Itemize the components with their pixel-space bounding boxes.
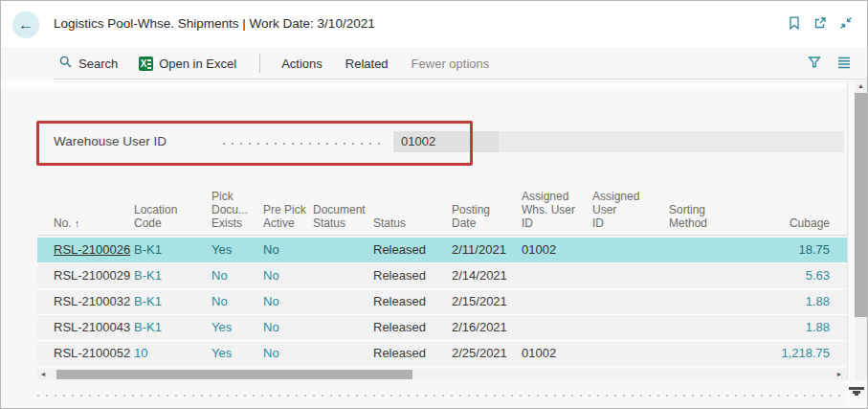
column-header-no[interactable]: No.↑ [37,216,134,230]
cell-status: Released [373,341,452,366]
cell-cubage: 5.63 [736,263,847,288]
column-header-cubage[interactable]: Cubage [736,216,847,230]
open-in-new-window-icon[interactable] [812,15,828,31]
cell-assignedwhs [522,289,592,314]
cell-pick: Yes [211,238,263,262]
search-icon [58,55,73,72]
cell-assignedwhs [522,315,592,340]
cell-location: 10 [134,341,211,366]
cell-sorting [669,238,736,262]
cell-cubage: 18.75 [736,238,847,262]
cell-sorting [669,289,736,314]
cell-pick: Yes [211,341,263,366]
cell-posting: 2/16/2021 [452,315,522,340]
table-row[interactable]: RSL-2100043B-K1YesNoReleased2/16/20211.8… [37,315,847,341]
cell-assignedwhs [522,263,592,288]
excel-icon: X [139,57,153,71]
column-header-assignedwhs[interactable]: Assigned Whs. User ID [522,190,592,230]
cell-cubage: 1.88 [736,289,847,314]
table-row[interactable]: RSL-2100032B-K1NoNoReleased2/15/20211.88 [37,289,847,315]
warehouse-user-id-input[interactable]: 01002 [393,131,499,152]
actions-menu-button[interactable]: Actions [281,57,323,71]
field-leader-dots [223,143,384,145]
table-row[interactable]: RSL-2100029B-K1NoNoReleased2/14/20215.63 [37,263,847,289]
cell-posting: 2/14/2021 [452,263,522,288]
grid-header-row: No.↑Location CodePick Docu... ExistsPre … [37,187,847,235]
app-window: ← Logistics Pool-Whse. Shipments | Work … [0,0,868,409]
related-menu-button[interactable]: Related [345,57,389,71]
cell-sorting [669,341,736,366]
fewer-options-button[interactable]: Fewer options [412,57,490,71]
choose-columns-icon[interactable] [836,56,852,73]
column-header-sorting[interactable]: Sorting Method [669,203,736,230]
cell-no[interactable]: RSL-2100052 [37,341,134,366]
filter-icon[interactable] [807,55,822,74]
cell-prepick: No [263,315,313,340]
cell-cubage: 1.88 [736,315,847,340]
vertical-scrollbar[interactable]: ▲ [855,80,867,380]
cell-assigneduser [592,238,669,262]
sort-ascending-icon: ↑ [75,217,80,229]
horizontal-scrollbar[interactable]: ◄ ► [37,369,847,380]
column-header-prepick[interactable]: Pre Pick Active [263,203,313,230]
cell-cubage: 1,218.75 [736,341,847,366]
cell-docstatus [313,315,373,340]
cell-docstatus [313,341,373,366]
column-header-status[interactable]: Status [373,216,452,230]
cell-sorting [669,263,736,288]
column-header-posting[interactable]: Posting Date [452,203,522,230]
collapse-icon[interactable] [838,15,854,31]
cell-prepick: No [263,341,313,366]
horizontal-scrollbar-thumb[interactable] [56,370,412,379]
content-right-border [847,80,848,380]
back-button[interactable]: ← [12,11,39,38]
cell-pick: No [211,289,263,314]
cell-posting: 2/11/2021 [452,238,522,262]
cell-docstatus [313,238,373,262]
cell-location: B-K1 [134,289,211,314]
cell-docstatus [313,289,373,314]
cell-status: Released [373,263,452,288]
cell-no[interactable]: RSL-2100032 [37,289,134,314]
column-header-location[interactable]: Location Code [134,203,211,230]
cell-pick: Yes [211,315,263,340]
page-title: Logistics Pool-Whse. Shipments | Work Da… [54,16,375,31]
search-button[interactable]: Search [58,55,118,72]
cell-no[interactable]: RSL-2100029 [37,263,134,288]
column-header-assigneduser[interactable]: Assigned User ID [592,190,669,230]
vertical-scrollbar-thumb[interactable] [855,93,867,317]
cell-prepick: No [263,238,313,262]
cell-status: Released [373,315,452,340]
cell-posting: 2/25/2021 [452,341,522,366]
cell-docstatus [313,263,373,288]
cell-assigneduser [592,341,669,366]
cell-no[interactable]: RSL-2100026⋮ [37,238,134,262]
cell-no[interactable]: RSL-2100043 [37,315,134,340]
scroll-left-icon[interactable]: ◄ [37,369,49,380]
open-in-excel-label: Open in Excel [159,57,236,71]
cell-pick: No [211,263,263,288]
table-row[interactable]: RSL-210005210YesNoReleased2/25/202101002… [37,341,847,367]
cell-assignedwhs: 01002 [522,238,592,262]
cell-location: B-K1 [134,315,211,340]
cell-location: B-K1 [134,263,211,288]
column-header-pick[interactable]: Pick Docu... Exists [211,190,263,230]
cell-status: Released [373,289,452,314]
grid-header-border [37,235,847,236]
table-row[interactable]: RSL-2100026⋮B-K1YesNoReleased2/11/202101… [37,238,847,263]
cell-assigneduser [592,289,669,314]
grid-body: RSL-2100026⋮B-K1YesNoReleased2/11/202101… [37,238,847,367]
cell-posting: 2/15/2021 [452,289,522,314]
content-top-strip [1,80,847,89]
cell-location: B-K1 [134,238,211,262]
cell-prepick: No [263,263,313,288]
bookmark-icon[interactable] [787,15,802,31]
open-in-excel-button[interactable]: X Open in Excel [139,57,236,71]
toolbar-divider [259,54,260,73]
cell-status: Released [373,238,452,262]
scroll-up-icon[interactable]: ▲ [855,80,867,92]
column-header-docstatus[interactable]: Document Status [313,203,373,230]
scroll-right-icon[interactable]: ► [834,369,845,380]
bottom-dotted-divider [37,395,841,397]
mouse-cursor-artifact [849,387,864,397]
